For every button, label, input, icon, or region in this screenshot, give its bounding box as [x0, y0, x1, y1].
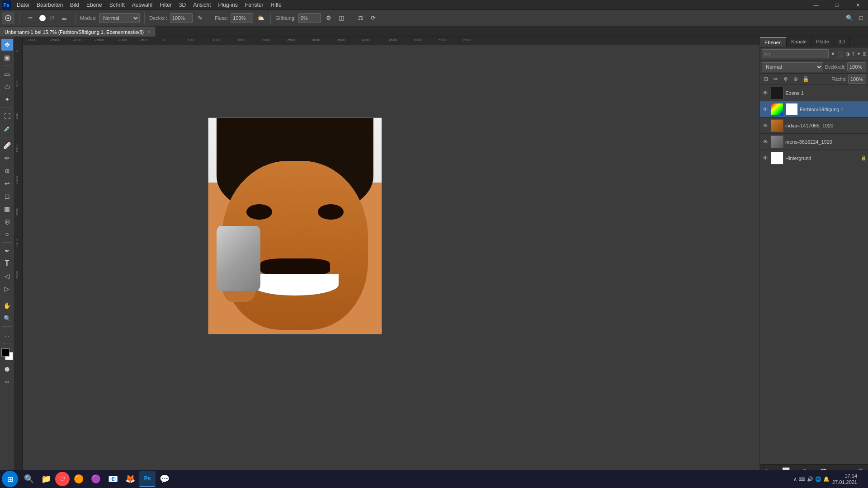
- menu-schrift[interactable]: Schrift: [106, 1, 128, 9]
- menu-auswahl[interactable]: Auswahl: [129, 1, 156, 9]
- layers-search-input[interactable]: [762, 49, 829, 58]
- tab-3d[interactable]: 3D: [834, 37, 850, 47]
- taskbar-search[interactable]: 🔍: [21, 471, 37, 487]
- deckkraft-airbrush-btn[interactable]: ✎: [195, 13, 205, 23]
- more-tools-btn[interactable]: …: [1, 329, 13, 341]
- layer-visibility-indian[interactable]: 👁: [762, 122, 769, 129]
- rotation-btn[interactable]: ⟳: [368, 13, 378, 23]
- tab-ebenen[interactable]: Ebenen: [760, 37, 787, 47]
- menu-datei[interactable]: Datei: [14, 1, 33, 9]
- glaettung-extra-btn[interactable]: ◫: [336, 13, 346, 23]
- artboard-tool[interactable]: ▣: [1, 52, 13, 63]
- pen-tool[interactable]: ✒: [1, 245, 13, 257]
- canvas-area[interactable]: -3000 -2500 -2000 -1500 -1000 -500 0 500…: [14, 37, 760, 477]
- layer-lock-transparent-btn[interactable]: ⊡: [762, 75, 770, 83]
- layer-lock-all-btn[interactable]: 🔒: [802, 75, 810, 83]
- show-desktop-btn[interactable]: [860, 471, 863, 487]
- brush-preset-btn[interactable]: ✏: [24, 12, 37, 24]
- hand-tool[interactable]: ✋: [1, 300, 13, 311]
- layer-visibility-background[interactable]: 👁: [762, 155, 769, 162]
- taskbar-app4[interactable]: 🟠: [71, 471, 87, 487]
- minimize-btn[interactable]: —: [806, 0, 826, 10]
- glaettung-settings-btn[interactable]: ⚙: [324, 13, 334, 23]
- layer-visibility-hue-sat[interactable]: 👁: [762, 106, 769, 113]
- heal-tool[interactable]: 🩹: [1, 140, 13, 151]
- search-btn[interactable]: 🔍: [844, 13, 854, 23]
- layers-text-filter-btn[interactable]: T: [852, 50, 855, 58]
- menu-bearbeiten[interactable]: Bearbeiten: [33, 1, 66, 9]
- maximize-btn[interactable]: □: [826, 0, 847, 10]
- taskbar-clock[interactable]: 17:14 27.01.2021: [832, 473, 857, 486]
- clone-stamp-tool[interactable]: ⊕: [1, 165, 13, 177]
- lasso-tool[interactable]: ⬭: [1, 81, 13, 93]
- menu-ansicht[interactable]: Ansicht: [190, 1, 214, 9]
- tray-icon-1[interactable]: ∧: [793, 476, 797, 482]
- menu-ebene[interactable]: Ebene: [83, 1, 105, 9]
- taskbar-app5[interactable]: 🟣: [88, 471, 104, 487]
- menu-bild[interactable]: Bild: [67, 1, 82, 9]
- blend-mode-dropdown[interactable]: Normal: [762, 62, 823, 71]
- document-tab[interactable]: Unbenannt-1 bei 15,7% (Farbton/Sättigung…: [0, 27, 156, 37]
- path-selection-tool[interactable]: ◁: [1, 270, 13, 282]
- layer-visibility-mens[interactable]: 👁: [762, 138, 769, 145]
- taskbar-file-explorer[interactable]: 📁: [38, 471, 54, 487]
- magic-wand-tool[interactable]: ✦: [1, 94, 13, 105]
- layer-visibility-ebene1[interactable]: 👁: [762, 89, 769, 97]
- history-brush-tool[interactable]: ↩: [1, 178, 13, 189]
- layer-item-hue-sat[interactable]: 👁 Farbton/Sättigung 1: [760, 101, 868, 117]
- taskbar-photoshop[interactable]: Ps: [139, 471, 156, 487]
- taskbar-app9[interactable]: 💬: [156, 471, 173, 487]
- fluss-input[interactable]: [231, 13, 253, 23]
- taskbar-browser[interactable]: 🦊: [122, 471, 138, 487]
- layers-smart-filter-btn[interactable]: ⊞: [863, 50, 867, 58]
- close-btn[interactable]: ✕: [847, 0, 868, 10]
- move-tool[interactable]: ✥: [1, 39, 13, 51]
- eraser-tool[interactable]: ◻: [1, 190, 13, 202]
- brush-tool-btn[interactable]: [2, 12, 14, 24]
- start-button[interactable]: ⊞: [2, 471, 18, 487]
- tray-volume[interactable]: 🔊: [807, 476, 813, 482]
- modus-dropdown[interactable]: Normal: [99, 13, 140, 23]
- layers-adj-filter-btn[interactable]: ◑: [845, 50, 850, 58]
- layer-lock-move-btn[interactable]: ✥: [782, 75, 790, 83]
- workspace-btn[interactable]: □: [856, 13, 866, 23]
- text-tool[interactable]: T: [1, 258, 13, 269]
- tab-kanaele[interactable]: Kanäle: [787, 37, 811, 47]
- taskbar-antivirus[interactable]: 🛡: [55, 472, 70, 486]
- menu-3d[interactable]: 3D: [176, 1, 189, 9]
- tab-pfade[interactable]: Pfade: [811, 37, 834, 47]
- crop-tool[interactable]: ⛶: [1, 110, 13, 122]
- tray-battery[interactable]: 🔔: [823, 476, 830, 482]
- glaettung-input[interactable]: [298, 13, 321, 23]
- gradient-tool[interactable]: ▦: [1, 203, 13, 215]
- brush-settings-btn[interactable]: [58, 12, 71, 24]
- fill-input[interactable]: [848, 75, 866, 84]
- layer-item-mens[interactable]: 👁 mens-3816224_1920: [760, 134, 868, 150]
- menu-plugins[interactable]: Plug-ins: [215, 1, 241, 9]
- zoom-tool[interactable]: 🔍: [1, 312, 13, 324]
- taskbar-app6[interactable]: 📧: [105, 471, 121, 487]
- layer-item-indian[interactable]: 👁 indian-1417065_1920: [760, 117, 868, 134]
- fluss-airbrush-btn[interactable]: ⛅: [256, 13, 266, 23]
- layer-lock-pixels-btn[interactable]: ✏: [772, 75, 780, 83]
- layer-item-ebene1[interactable]: 👁 Ebene 1: [760, 85, 868, 101]
- dodge-tool[interactable]: ○: [1, 228, 13, 240]
- quick-mask-btn[interactable]: ⬤: [1, 363, 13, 375]
- deckkraft-input[interactable]: [170, 13, 193, 23]
- layers-vector-filter-btn[interactable]: ✦: [857, 50, 861, 58]
- layers-pixel-filter-btn[interactable]: ⬛: [837, 50, 844, 58]
- screen-mode-btn[interactable]: ▭: [1, 375, 13, 387]
- tray-keyboard[interactable]: ⌨: [799, 477, 805, 482]
- tab-close-btn[interactable]: ×: [146, 29, 151, 35]
- tray-network[interactable]: 🌐: [815, 476, 821, 482]
- shape-tool[interactable]: ▷: [1, 283, 13, 295]
- opacity-input[interactable]: [847, 62, 866, 71]
- symmetry-btn[interactable]: ⚖: [356, 13, 366, 23]
- menu-hilfe[interactable]: Hilfe: [268, 1, 285, 9]
- menu-filter[interactable]: Filter: [156, 1, 175, 9]
- eyedropper-tool[interactable]: 💉: [1, 123, 13, 135]
- foreground-color[interactable]: [1, 348, 9, 357]
- layer-item-background[interactable]: 👁 Hintergrund 🔒: [760, 150, 868, 166]
- layers-filter-type-btn[interactable]: ▼: [830, 50, 835, 58]
- marquee-tool[interactable]: ▭: [1, 68, 13, 80]
